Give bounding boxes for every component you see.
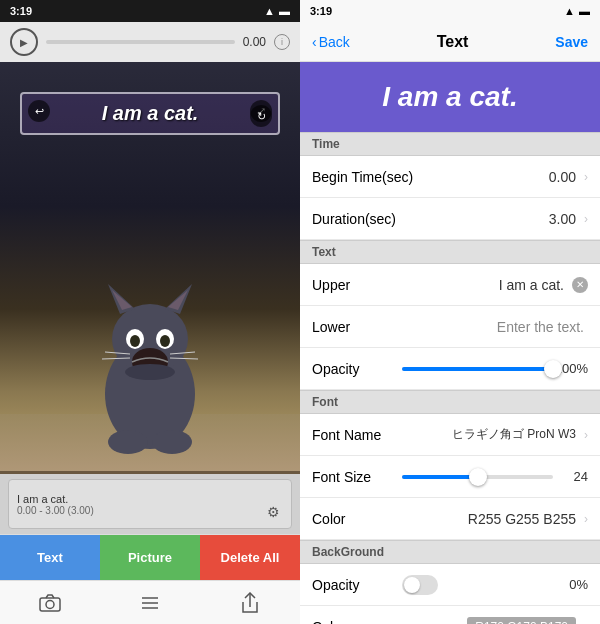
section-bg-header: BackGround [300,540,600,564]
save-button[interactable]: Save [555,34,588,50]
delete-all-button[interactable]: Delete All [200,535,300,580]
duration-value: 3.00 [402,211,580,227]
nav-bar [0,580,300,624]
font-size-label: Font Size [312,469,402,485]
font-color-chevron: › [584,512,588,526]
progress-bar[interactable] [46,40,235,44]
clear-upper-button[interactable]: ✕ [572,277,588,293]
right-wifi-icon: ▲ [564,5,575,17]
play-button[interactable]: ▶ [10,28,38,56]
picture-button[interactable]: Picture [100,535,200,580]
bg-opacity-value: 0% [553,577,588,592]
right-status-time: 3:19 [310,5,332,17]
bg-color-value: R170 G170 B170 [467,617,576,625]
lower-text-row[interactable]: Lower Enter the text. [300,306,600,348]
nav-list[interactable] [125,581,175,624]
font-name-value: ヒラギノ角ゴ ProN W3 [402,426,580,443]
lower-value: Enter the text. [402,319,588,335]
svg-point-16 [152,430,192,454]
begin-time-value: 0.00 [413,169,580,185]
time-display: 0.00 [243,35,266,49]
begin-time-label: Begin Time(sec) [312,169,413,185]
duration-chevron: › [584,212,588,226]
back-chevron-icon: ‹ [312,34,317,50]
text-opacity-label: Opacity [312,361,402,377]
svg-point-9 [160,335,170,347]
info-icon[interactable]: i [274,34,290,50]
right-nav-title: Text [437,33,469,51]
text-overlay-box[interactable]: ↩ ⤢ ↻ I am a cat. [20,92,280,135]
begin-time-chevron: › [584,170,588,184]
font-color-value: R255 G255 B255 [402,511,580,527]
back-button[interactable]: ‹ Back [312,34,350,50]
svg-point-8 [130,335,140,347]
wifi-icon: ▲ [264,5,275,17]
upper-text-row[interactable]: Upper I am a cat. ✕ [300,264,600,306]
section-font-header: Font [300,390,600,414]
bg-opacity-toggle[interactable] [402,575,438,595]
font-size-row: Font Size 24 [300,456,600,498]
video-area: ↩ ⤢ ↻ I am a cat. [0,62,300,474]
refresh-handle[interactable]: ↻ [250,105,272,127]
text-opacity-row: Opacity 100% [300,348,600,390]
svg-point-17 [125,364,175,380]
duration-label: Duration(sec) [312,211,402,227]
font-name-row[interactable]: Font Name ヒラギノ角ゴ ProN W3 › [300,414,600,456]
clip-label: I am a cat. [17,493,283,505]
cat-illustration [80,254,220,454]
settings-scroll: Time Begin Time(sec) 0.00 › Duration(sec… [300,132,600,624]
bg-opacity-row: Opacity 0% [300,564,600,606]
clip-time: 0.00 - 3.00 (3.00) [17,505,283,516]
bg-color-row[interactable]: Color R170 G170 B170 › [300,606,600,624]
right-battery-icon: ▬ [579,5,590,17]
left-panel: 3:19 ▲ ▬ ▶ 0.00 i [0,0,300,624]
begin-time-row[interactable]: Begin Time(sec) 0.00 › [300,156,600,198]
upper-label: Upper [312,277,402,293]
clip-settings-icon[interactable]: ⚙ [267,504,285,522]
bottom-toolbar: Text Picture Delete All [0,534,300,580]
font-name-label: Font Name [312,427,402,443]
bg-opacity-label: Opacity [312,577,402,593]
text-opacity-slider[interactable] [402,367,553,371]
font-color-label: Color [312,511,402,527]
svg-point-19 [46,600,54,608]
camera-icon [39,594,61,612]
preview-text: I am a cat. [382,81,517,113]
bg-color-chevron: › [584,620,588,625]
nav-camera[interactable] [25,581,75,624]
left-status-icons: ▲ ▬ [264,5,290,17]
bg-color-label: Color [312,619,402,625]
font-name-chevron: › [584,428,588,442]
toggle-thumb [404,577,420,593]
left-status-bar: 3:19 ▲ ▬ [0,0,300,22]
right-status-bar: 3:19 ▲ ▬ [300,0,600,22]
left-status-time: 3:19 [10,5,32,17]
font-size-slider[interactable] [402,475,553,479]
rotate-handle[interactable]: ↩ [28,100,50,122]
list-icon [140,594,160,612]
upper-value: I am a cat. [402,277,568,293]
right-status-icons: ▲ ▬ [564,5,590,17]
battery-icon: ▬ [279,5,290,17]
section-text-header: Text [300,240,600,264]
right-panel: 3:19 ▲ ▬ ‹ Back Text Save I am a cat. Ti… [300,0,600,624]
share-icon [241,592,259,614]
preview-box: I am a cat. [300,62,600,132]
video-overlay-text: I am a cat. [102,102,199,125]
timeline-area: I am a cat. 0.00 - 3.00 (3.00) ⚙ [0,474,300,534]
svg-point-15 [108,430,148,454]
font-size-value: 24 [553,469,588,484]
duration-row[interactable]: Duration(sec) 3.00 › [300,198,600,240]
nav-share[interactable] [225,581,275,624]
cat-scene: ↩ ⤢ ↻ I am a cat. [0,62,300,474]
player-bar: ▶ 0.00 i [0,22,300,62]
right-nav-bar: ‹ Back Text Save [300,22,600,62]
text-button[interactable]: Text [0,535,100,580]
font-color-row[interactable]: Color R255 G255 B255 › [300,498,600,540]
back-label: Back [319,34,350,50]
timeline-clip[interactable]: I am a cat. 0.00 - 3.00 (3.00) ⚙ [8,479,292,529]
lower-label: Lower [312,319,402,335]
bg-opacity-slider[interactable] [402,575,553,595]
section-time-header: Time [300,132,600,156]
